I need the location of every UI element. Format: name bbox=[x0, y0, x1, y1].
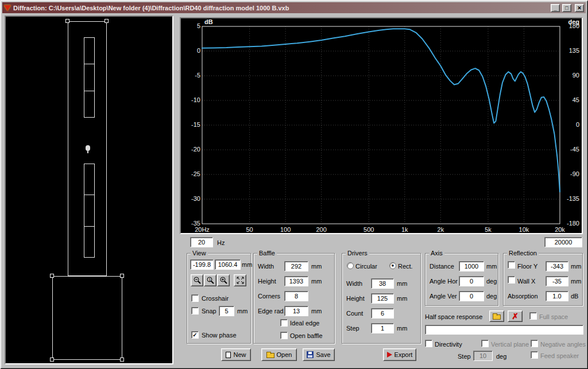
end-frequency-input[interactable] bbox=[544, 237, 582, 247]
tick-label: deg bbox=[564, 18, 579, 26]
edge-radius-input[interactable] bbox=[284, 306, 308, 316]
tick-label: -5 bbox=[182, 72, 200, 79]
distance-input[interactable] bbox=[459, 261, 484, 271]
angle-hor-input[interactable] bbox=[459, 276, 484, 286]
floor-unit: mm bbox=[571, 263, 581, 270]
zoom-out-button[interactable] bbox=[191, 274, 203, 286]
absorption-input[interactable] bbox=[546, 291, 568, 301]
tick-label: 10k bbox=[512, 226, 535, 233]
full-space-checkbox[interactable] bbox=[529, 312, 537, 320]
snap-checkbox[interactable] bbox=[191, 307, 199, 314]
driver-count-input[interactable] bbox=[371, 308, 394, 318]
directivity-label: Directivity bbox=[435, 341, 462, 348]
snap-input[interactable] bbox=[219, 306, 234, 316]
crosshair-checkbox[interactable] bbox=[191, 294, 199, 302]
secondary-baffle-outline[interactable] bbox=[52, 276, 122, 360]
tick-label: 5 bbox=[182, 22, 200, 30]
baffle-width-unit: mm bbox=[311, 263, 322, 270]
floor-label: Floor Y bbox=[517, 263, 537, 270]
view-x-input[interactable] bbox=[190, 259, 214, 270]
view-y-input[interactable] bbox=[215, 259, 241, 270]
tick-label: 50 bbox=[238, 226, 261, 233]
export-button[interactable]: Export bbox=[383, 348, 416, 361]
selection-handle[interactable] bbox=[65, 19, 69, 23]
open-button[interactable]: Open bbox=[261, 348, 297, 361]
microphone-icon[interactable] bbox=[86, 145, 90, 151]
new-file-icon bbox=[226, 352, 231, 358]
driver-step-input[interactable] bbox=[371, 323, 394, 333]
export-button-label: Export bbox=[394, 351, 413, 358]
wall-checkbox[interactable] bbox=[508, 276, 515, 283]
open-baffle-checkbox[interactable] bbox=[280, 332, 288, 339]
directivity-step-unit: deg bbox=[496, 353, 506, 360]
driver-stack-top[interactable] bbox=[84, 37, 95, 118]
response-file-input[interactable] bbox=[425, 325, 583, 335]
driver-height-input[interactable] bbox=[371, 293, 394, 304]
selection-handle[interactable] bbox=[50, 358, 54, 362]
save-button-label: Save bbox=[316, 351, 330, 358]
red-x-icon: ✗ bbox=[512, 312, 519, 320]
app-window: Diffraction: C:\Users\a\Desktop\New fold… bbox=[0, 0, 588, 369]
negative-angles-checkbox[interactable] bbox=[531, 340, 538, 347]
open-folder-icon bbox=[493, 314, 501, 320]
feed-speaker-label: Feed speaker bbox=[540, 352, 579, 360]
tick-label: 45 bbox=[564, 96, 579, 104]
zoom-fit-button[interactable] bbox=[234, 274, 246, 286]
floor-input[interactable] bbox=[546, 261, 568, 271]
selection-handle[interactable] bbox=[120, 358, 124, 362]
close-button[interactable]: ✕ bbox=[575, 4, 584, 12]
start-frequency-input[interactable] bbox=[190, 237, 213, 247]
vertical-plane-label: Vertical plane bbox=[491, 341, 529, 348]
driver-width-unit: mm bbox=[397, 280, 407, 288]
baffle-canvas[interactable] bbox=[5, 15, 173, 364]
tick-label: -20 bbox=[182, 146, 200, 153]
selection-handle[interactable] bbox=[105, 19, 109, 23]
angle-ver-unit: deg bbox=[486, 293, 497, 300]
zoom-in-button[interactable] bbox=[217, 274, 230, 286]
corners-input[interactable] bbox=[284, 291, 308, 301]
svg-text:1: 1 bbox=[208, 278, 211, 282]
selection-handle[interactable] bbox=[50, 274, 54, 278]
floor-checkbox[interactable] bbox=[508, 261, 515, 269]
drivers-group: Drivers Circular ● Rect. Width mm Height… bbox=[342, 253, 421, 344]
close-icon: ✕ bbox=[577, 5, 582, 11]
rect-radio[interactable]: ● bbox=[389, 262, 396, 269]
zoom-100-button[interactable]: 1 bbox=[204, 274, 216, 286]
minimize-icon: _ bbox=[554, 6, 556, 11]
show-phase-checkbox[interactable]: ✓ bbox=[191, 331, 199, 339]
response-curve bbox=[202, 29, 560, 192]
driver-stack-bottom[interactable] bbox=[84, 164, 95, 258]
angle-hor-label: Angle Hor bbox=[430, 278, 458, 285]
circular-label: Circular bbox=[355, 263, 377, 270]
zoom-100-icon: 1 bbox=[206, 276, 215, 285]
minimize-button[interactable]: _ bbox=[551, 4, 560, 12]
clear-response-button[interactable]: ✗ bbox=[508, 310, 523, 322]
tick-label: 0 bbox=[564, 121, 579, 129]
wall-label: Wall X bbox=[517, 278, 535, 285]
baffle-height-input[interactable] bbox=[284, 276, 308, 286]
driver-cell bbox=[84, 38, 94, 64]
zoom-fit-icon bbox=[236, 276, 245, 285]
feed-speaker-checkbox[interactable] bbox=[531, 351, 538, 359]
ideal-edge-checkbox[interactable] bbox=[280, 319, 288, 327]
tick-label: -10 bbox=[182, 96, 200, 104]
vertical-plane-checkbox[interactable] bbox=[481, 340, 489, 347]
wall-input[interactable] bbox=[546, 276, 568, 286]
baffle-width-input[interactable] bbox=[284, 261, 308, 271]
load-response-button[interactable] bbox=[489, 310, 504, 322]
tick-label: -45 bbox=[564, 146, 579, 153]
directivity-checkbox[interactable] bbox=[425, 340, 432, 347]
title-bar[interactable]: Diffraction: C:\Users\a\Desktop\New fold… bbox=[2, 2, 586, 13]
angle-ver-input[interactable] bbox=[459, 291, 484, 301]
tick-label: 135 bbox=[564, 47, 579, 55]
tick-label: -30 bbox=[182, 195, 200, 203]
distance-unit: mm bbox=[486, 263, 497, 270]
save-button[interactable]: Save bbox=[303, 348, 335, 361]
new-button[interactable]: New bbox=[221, 348, 251, 361]
selection-handle[interactable] bbox=[120, 274, 124, 278]
driver-width-input[interactable] bbox=[371, 278, 394, 289]
circular-radio[interactable] bbox=[347, 262, 354, 269]
baffle-group-label: Baffle bbox=[257, 250, 277, 257]
maximize-button[interactable]: □ bbox=[562, 4, 571, 12]
tick-label: 0 bbox=[182, 47, 200, 55]
